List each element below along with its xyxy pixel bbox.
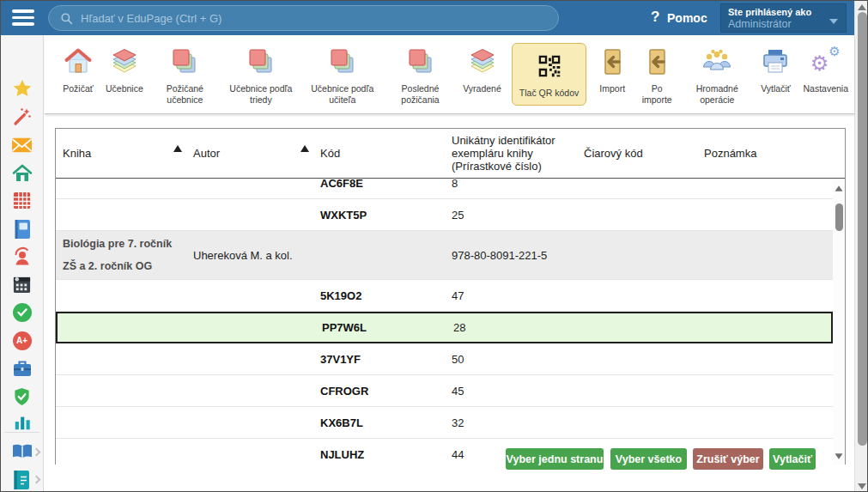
cancel-selection-button[interactable]: Zrušiť výber — [693, 448, 763, 470]
chevron-right-icon — [33, 448, 41, 457]
open-book-icon — [11, 442, 33, 461]
toolbar-item-pozicat[interactable]: Požičať — [57, 43, 100, 96]
hamburger-menu-icon[interactable] — [12, 9, 34, 27]
scroll-down-icon[interactable] — [858, 483, 866, 489]
table-row-selected[interactable]: PP7W6L 28 — [56, 312, 833, 343]
timetable-grid-icon — [12, 191, 32, 210]
select-all-button[interactable]: Vyber všetko — [610, 448, 687, 470]
sidebar-item-grades[interactable]: A+ — [1, 331, 43, 350]
column-header-kod[interactable]: Kód — [313, 129, 445, 178]
chevron-right-icon — [33, 476, 41, 484]
star-icon — [12, 78, 33, 99]
qr-code-icon — [535, 49, 564, 83]
sidebar-item-timetable[interactable] — [1, 191, 43, 210]
magic-wand-icon — [12, 106, 33, 127]
sidebar-item-favorites[interactable] — [1, 78, 43, 99]
sidebar-item-statistics[interactable] — [1, 413, 43, 432]
toolbar-item-posledne-pozicania[interactable]: Posledné požičania — [384, 43, 457, 106]
help-question-icon[interactable]: ? — [651, 9, 659, 26]
table-scrollbar-thumb[interactable] — [835, 203, 843, 231]
sidebar-item-wizard[interactable] — [1, 106, 43, 127]
toolbar-item-import[interactable]: Import — [591, 43, 634, 96]
column-header-identifikator[interactable]: Unikátny identifikátor exempláru knihy (… — [445, 129, 577, 178]
check-badge-icon — [13, 303, 32, 322]
sidebar-item-security[interactable] — [1, 386, 43, 407]
table-row[interactable]: WXKT5P 25 — [56, 199, 833, 231]
people-group-icon — [701, 45, 733, 79]
search-input[interactable] — [73, 12, 558, 25]
calendar-icon — [12, 275, 32, 295]
grades-aplus-icon: A+ — [13, 331, 32, 350]
mail-icon — [11, 136, 33, 155]
toolbar-item-vyradene[interactable]: Vyradené — [457, 43, 507, 96]
toolbar-item-po-importe[interactable]: Po importe — [634, 43, 680, 106]
column-header-kniha[interactable]: Kniha — [56, 129, 186, 178]
book-stack-icon — [109, 45, 140, 79]
signed-in-label: Ste prihlásený ako — [728, 7, 839, 17]
sidebar-item-profile[interactable] — [1, 246, 43, 267]
select-one-page-button[interactable]: Vyber jednu stranu — [506, 448, 604, 470]
book-stack-icon — [467, 45, 498, 79]
table-scrollbar[interactable] — [833, 179, 845, 465]
stacked-squares-icon — [405, 45, 436, 79]
table-row[interactable]: 37V1YF 50 — [56, 343, 833, 375]
sidebar-divider — [4, 432, 39, 433]
table-header: Kniha Autor Kód Unikátny identifikátor e… — [56, 129, 845, 179]
chevron-down-icon — [829, 19, 838, 24]
edupage-window: ? Pomoc Ste prihlásený ako Administrátor — [0, 0, 868, 492]
library-toolbar: Požičať Učebnice Požičané učebnice Učebn… — [45, 35, 854, 114]
signed-in-role: Administrátor — [728, 18, 839, 30]
page-scrollbar[interactable] — [854, 1, 868, 492]
toolbar-item-tlac-qr-kodov[interactable]: Tlač QR kódov — [512, 43, 586, 106]
scroll-up-icon[interactable] — [835, 185, 843, 191]
signed-in-user-dropdown[interactable]: Ste prihlásený ako Administrátor — [720, 3, 847, 33]
person-icon — [12, 246, 33, 267]
sort-asc-icon — [300, 145, 309, 152]
sort-asc-icon — [173, 145, 182, 152]
toolbar-item-nastavenia[interactable]: ⚙⚙ Nastavenia — [797, 43, 854, 96]
search-icon — [60, 12, 73, 25]
sidebar-item-calendar[interactable] — [1, 275, 43, 295]
toolbar-item-ucebnice-podla-ucitela[interactable]: Učebnice podľa učiteľa — [301, 43, 384, 106]
import-door-icon — [641, 45, 672, 79]
sidebar-item-library[interactable] — [1, 442, 43, 461]
table-row-book-group[interactable]: Biológia pre 7. ročník ZŠ a 2. ročník OG… — [56, 231, 833, 280]
left-sidebar: A+ — [1, 35, 44, 492]
house-icon — [63, 45, 94, 79]
scroll-down-icon[interactable] — [835, 453, 843, 459]
toolbar-item-pozicane-ucebnice[interactable]: Požičané učebnice — [149, 43, 221, 106]
column-header-ciarovy-kod[interactable]: Čiarový kód — [577, 129, 697, 178]
print-button[interactable]: Vytlačiť — [769, 448, 816, 470]
toolbar-item-hromadne-operacie[interactable]: Hromadné operácie — [680, 43, 754, 106]
page-scrollbar-thumb[interactable] — [858, 12, 867, 446]
global-search[interactable] — [48, 5, 559, 31]
import-door-icon — [597, 45, 628, 79]
home-icon — [12, 163, 33, 184]
scroll-up-icon[interactable] — [858, 4, 866, 10]
printer-icon — [760, 45, 791, 79]
table-row[interactable]: KX6B7L 32 — [56, 407, 833, 439]
toolbar-item-ucebnice[interactable]: Učebnice — [100, 43, 149, 96]
help-button[interactable]: Pomoc — [667, 11, 707, 25]
bar-chart-icon — [13, 413, 32, 432]
toolbar-item-ucebnice-podla-triedy[interactable]: Učebnice podľa triedy — [221, 43, 301, 106]
table-row[interactable]: AC6F8E 8 — [56, 179, 833, 199]
toolbar-item-vytlacit[interactable]: Vytlačiť — [754, 43, 797, 96]
table-row[interactable]: CFROGR 45 — [56, 375, 833, 407]
briefcase-icon — [12, 359, 33, 378]
table-row[interactable]: 5K19O2 47 — [56, 280, 833, 312]
gears-icon: ⚙⚙ — [810, 45, 841, 79]
column-header-autor[interactable]: Autor — [186, 129, 313, 178]
sidebar-item-home[interactable] — [1, 163, 43, 184]
notebook-icon — [13, 219, 32, 240]
sidebar-item-messages[interactable] — [1, 136, 43, 155]
sidebar-item-notebook[interactable] — [1, 219, 43, 240]
stacked-squares-icon — [246, 45, 276, 79]
column-header-poznamka[interactable]: Poznámka — [697, 129, 833, 178]
stacked-squares-icon — [327, 45, 358, 79]
sidebar-item-attendance[interactable] — [1, 303, 43, 322]
stacked-squares-icon — [169, 45, 200, 79]
sidebar-item-agenda[interactable] — [1, 359, 43, 378]
shield-check-icon — [12, 386, 32, 407]
sidebar-item-documents[interactable] — [1, 470, 43, 490]
